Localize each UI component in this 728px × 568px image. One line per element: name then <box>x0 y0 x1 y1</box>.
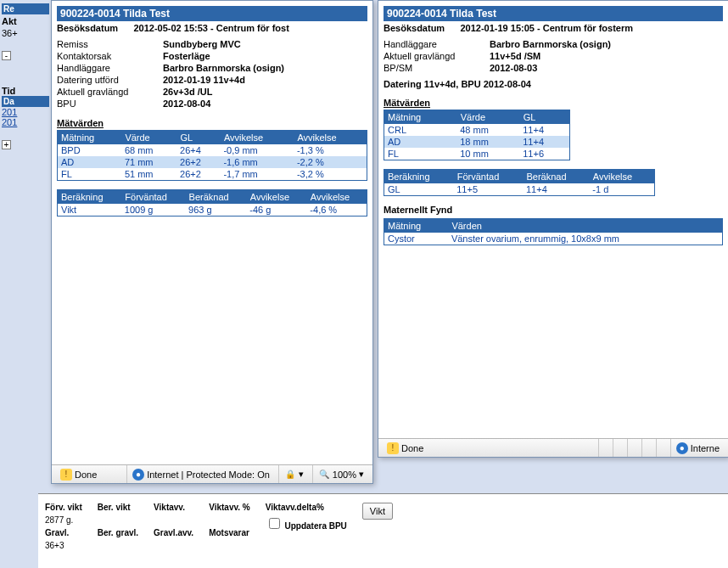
table-row[interactable]: Vikt1009 g963 g-46 g-4,6 % <box>58 204 367 217</box>
column-header: Avvikelse <box>589 170 654 184</box>
column-header: Avvikelse <box>306 190 367 205</box>
column-header: Värde <box>456 110 519 125</box>
column-header: Värde <box>121 131 176 145</box>
table-row[interactable]: CystorVänster ovarium, enrummig, 10x8x9 … <box>384 233 723 245</box>
column-header: Avvikelse <box>294 131 367 145</box>
zoom-icon: 🔍 <box>318 469 330 481</box>
right-matv-table: MätningVärdeGL CRL48 mm11+4AD18 mm11+4FL… <box>384 110 570 160</box>
table-row[interactable]: AD71 mm26+2-1,6 mm-2,2 % <box>58 156 367 168</box>
column-header: GL <box>519 110 569 125</box>
bg-dat-header: Da <box>2 96 49 107</box>
right-matv-label: Mätvärden <box>384 98 723 108</box>
column-header: Beräkning <box>58 190 121 205</box>
right-title: 900224-0014 Tilda Test <box>384 6 723 21</box>
right-statusbar: ! Done ● Interne <box>378 438 728 457</box>
table-row[interactable]: FL10 mm11+6 <box>384 148 570 160</box>
column-header: Avvikelse <box>246 190 306 205</box>
column-header: Beräkning <box>384 170 454 184</box>
column-header: Förväntad <box>453 170 523 184</box>
left-calc-table: BeräkningFörväntadBeräknadAvvikelseAvvik… <box>57 189 367 217</box>
column-header: Beräknad <box>523 170 589 184</box>
bg-date-link-0[interactable]: 201 <box>2 107 49 117</box>
warning-icon: ! <box>387 442 399 454</box>
table-row[interactable]: GL11+511+4-1 d <box>384 183 655 196</box>
left-subhead: Besöksdatum 2012-05-02 15:53 - Centrum f… <box>57 21 367 38</box>
chevron-down-icon[interactable]: ▾ <box>299 469 304 480</box>
bottom-form: Förv. vikt Ber. vikt Viktavv. Viktavv. %… <box>38 493 728 568</box>
right-datering-line: Datering 11v+4d, BPU 2012-08-04 <box>384 79 723 89</box>
warning-icon: ! <box>60 469 72 481</box>
column-header: Värden <box>448 219 723 233</box>
column-header: Mätning <box>384 219 448 233</box>
chevron-down-icon[interactable]: ▾ <box>359 469 364 480</box>
globe-icon: ● <box>676 442 688 454</box>
right-subhead: Besöksdatum 2012-01-19 15:05 - Centrum f… <box>384 21 723 38</box>
right-matfynd-label: Maternellt Fynd <box>384 205 723 215</box>
table-row[interactable]: FL51 mm26+2-1,7 mm-3,2 % <box>58 168 367 181</box>
bg-date-link-1[interactable]: 201 <box>2 117 49 127</box>
bg-re-header: Re <box>2 3 49 14</box>
column-header: GL <box>176 131 220 145</box>
right-window: 900224-0014 Tilda Test Besöksdatum 2012-… <box>378 0 728 458</box>
column-header: Mätning <box>384 110 457 125</box>
globe-icon: ● <box>132 469 144 481</box>
column-header: Beräknad <box>185 190 246 205</box>
tree-expand-icon[interactable]: + <box>2 140 11 149</box>
uppdatera-bpu-checkbox[interactable] <box>269 518 280 529</box>
tree-collapse-icon[interactable]: - <box>2 51 11 60</box>
left-statusbar: ! Done ● Internet | Protected Mode: On 🔒… <box>52 464 372 483</box>
right-matfynd-table: MätningVärden CystorVänster ovarium, enr… <box>384 218 723 245</box>
background-panel: Re Akt 36+ - Tid Da 201 201 + <box>0 0 51 153</box>
column-header: Avvikelse <box>220 131 294 145</box>
table-row[interactable]: CRL48 mm11+4 <box>384 124 570 136</box>
left-matv-table: MätningVärdeGLAvvikelseAvvikelse BPD68 m… <box>57 130 367 181</box>
table-row[interactable]: AD18 mm11+4 <box>384 136 570 148</box>
table-row[interactable]: BPD68 mm26+4-0,9 mm-1,3 % <box>58 144 367 156</box>
right-calc-table: BeräkningFörväntadBeräknadAvvikelse GL11… <box>384 169 655 196</box>
vikt-button[interactable]: Vikt <box>362 503 393 520</box>
column-header: Mätning <box>58 131 121 145</box>
column-header: Förväntad <box>121 190 185 205</box>
left-matv-label: Mätvärden <box>57 118 367 128</box>
left-details: RemissSundbyberg MVC KontaktorsakFosterl… <box>57 38 284 110</box>
left-title: 900224-0014 Tilda Test <box>57 6 367 21</box>
left-window: 900224-0014 Tilda Test Besöksdatum 2012-… <box>51 0 373 484</box>
lock-icon: 🔒 <box>284 469 296 481</box>
right-details: HandläggareBarbro Barnmorska (osign) Akt… <box>384 38 611 74</box>
